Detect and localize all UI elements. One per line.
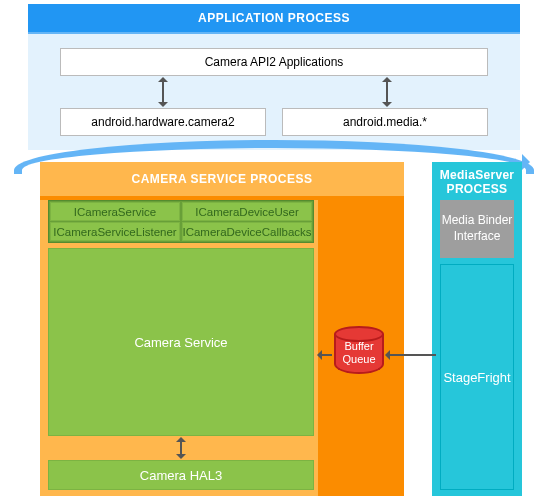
android-hardware-camera2-box: android.hardware.camera2 — [60, 108, 266, 136]
camera-hal3-box: Camera HAL3 — [48, 460, 314, 490]
icameradeviceuser-cell: ICameraDeviceUser — [182, 202, 312, 221]
buffer-queue-cylinder-top — [334, 326, 384, 342]
arrow-bufferqueue-to-cameraservice — [320, 354, 332, 356]
arrow-api2-to-media — [386, 80, 388, 104]
mediaserver-process-title: MediaServer PROCESS — [432, 168, 522, 196]
application-process-header: APPLICATION PROCESS — [28, 4, 520, 32]
icameradevicecallbacks-cell: ICameraDeviceCallbacks — [182, 222, 312, 241]
icameraservicelistener-cell: ICameraServiceListener — [50, 222, 180, 241]
camera-service-process-title: CAMERA SERVICE PROCESS — [131, 172, 312, 186]
android-media-box: android.media.* — [282, 108, 488, 136]
arrow-cameraservice-to-hal3 — [180, 440, 182, 456]
arrow-api2-to-camera2 — [162, 80, 164, 104]
camera-api2-applications-box: Camera API2 Applications — [60, 48, 488, 76]
icameraservice-cell: ICameraService — [50, 202, 180, 221]
media-binder-interface-box: Media Binder Interface — [440, 200, 514, 258]
stagefright-box: StageFright — [440, 264, 514, 490]
arrow-stagefright-to-bufferqueue — [388, 354, 436, 356]
camera-service-box: Camera Service — [48, 248, 314, 436]
